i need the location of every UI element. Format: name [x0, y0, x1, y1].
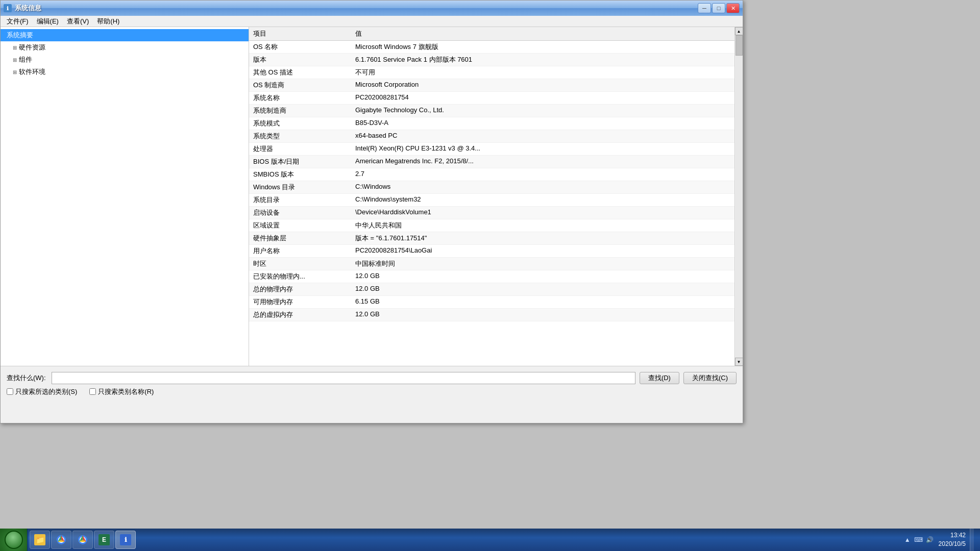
table-row: 用户名称PC202008281754\LaoGai — [249, 245, 734, 258]
table-cell-value: 不可用 — [351, 66, 734, 79]
table-cell-key: 系统模式 — [249, 117, 351, 130]
table-row: 区域设置中华人民共和国 — [249, 219, 734, 232]
table-cell-key: 系统目录 — [249, 194, 351, 207]
table-cell-value: 中国标准时间 — [351, 258, 734, 270]
sidebar-item-components[interactable]: ⊞ 组件 — [1, 54, 249, 66]
content-area[interactable]: 项目 值 OS 名称Microsoft Windows 7 旗舰版版本6.1.7… — [249, 27, 734, 366]
table-row: 总的物理内存12.0 GB — [249, 283, 734, 296]
table-cell-key: 系统类型 — [249, 130, 351, 143]
table-cell-value: PC202008281754 — [351, 92, 734, 105]
chrome1-icon — [56, 534, 67, 545]
taskbar-item-folder[interactable]: 📁 — [30, 531, 50, 549]
expand-icon-software: ⊞ — [13, 69, 17, 75]
maximize-button[interactable]: □ — [712, 3, 725, 13]
table-row: BIOS 版本/日期American Megatrends Inc. F2, 2… — [249, 156, 734, 168]
sidebar-item-software[interactable]: ⊞ 软件环境 — [1, 66, 249, 78]
table-cell-value: American Megatrends Inc. F2, 2015/8/... — [351, 156, 734, 168]
main-window: ℹ 系统信息 ─ □ ✕ 文件(F) 编辑(E) 查看(V) 帮助(H) 系统摘… — [0, 0, 743, 423]
scroll-down-button[interactable]: ▼ — [735, 358, 743, 366]
clock-date: 2020/10/5 — [939, 540, 966, 548]
col-header-key: 项目 — [249, 27, 351, 41]
menu-edit[interactable]: 编辑(E) — [33, 16, 63, 27]
checkbox-row: 只搜索所选的类别(S) 只搜索类别名称(R) — [7, 387, 737, 396]
sidebar-item-software-label: 软件环境 — [19, 67, 45, 77]
start-button[interactable] — [0, 529, 28, 551]
sidebar-item-hardware[interactable]: ⊞ 硬件资源 — [1, 41, 249, 54]
table-cell-key: 已安装的物理内... — [249, 270, 351, 283]
expand-icon-hardware: ⊞ — [13, 45, 17, 51]
table-cell-key: 用户名称 — [249, 245, 351, 258]
search-row: 查找什么(W): 查找(D) 关闭查找(C) — [7, 372, 737, 384]
search-label: 查找什么(W): — [7, 373, 47, 383]
table-row: 硬件抽象层版本 = "6.1.7601.17514" — [249, 232, 734, 245]
volume-icon[interactable]: 🔊 — [925, 535, 935, 544]
taskbar: 📁 — [0, 529, 980, 551]
table-cell-key: 可用物理内存 — [249, 296, 351, 309]
table-cell-key: Windows 目录 — [249, 181, 351, 194]
table-cell-value: 中华人民共和国 — [351, 219, 734, 232]
taskbar-item-info[interactable]: ℹ — [115, 531, 136, 549]
table-cell-key: OS 制造商 — [249, 79, 351, 92]
main-layout: 系统摘要 ⊞ 硬件资源 ⊞ 组件 ⊞ 软件环境 项目 — [1, 27, 743, 366]
table-cell-key: 区域设置 — [249, 219, 351, 232]
table-cell-key: 处理器 — [249, 143, 351, 156]
checkbox-selected-category-label: 只搜索所选的类别(S) — [15, 387, 77, 396]
checkbox-category-name-input[interactable] — [89, 388, 96, 395]
table-row: SMBIOS 版本2.7 — [249, 168, 734, 181]
table-row: 系统制造商Gigabyte Technology Co., Ltd. — [249, 105, 734, 117]
table-row: Windows 目录C:\Windows — [249, 181, 734, 194]
table-row: 系统名称PC202008281754 — [249, 92, 734, 105]
table-cell-value: 6.15 GB — [351, 296, 734, 309]
table-row: 其他 OS 描述不可用 — [249, 66, 734, 79]
sidebar-item-summary-label: 系统摘要 — [7, 31, 33, 40]
menu-file[interactable]: 文件(F) — [3, 16, 33, 27]
table-cell-value: \Device\HarddiskVolume1 — [351, 207, 734, 219]
table-cell-value: Gigabyte Technology Co., Ltd. — [351, 105, 734, 117]
search-input[interactable] — [52, 372, 635, 384]
menu-help[interactable]: 帮助(H) — [93, 16, 124, 27]
table-cell-key: 系统名称 — [249, 92, 351, 105]
find-button[interactable]: 查找(D) — [640, 372, 679, 384]
table-row: 可用物理内存6.15 GB — [249, 296, 734, 309]
col-header-value: 值 — [351, 27, 734, 41]
clock[interactable]: 13:42 2020/10/5 — [939, 531, 966, 548]
table-row: OS 名称Microsoft Windows 7 旗舰版 — [249, 41, 734, 54]
table-cell-value: PC202008281754\LaoGai — [351, 245, 734, 258]
content-wrapper: 项目 值 OS 名称Microsoft Windows 7 旗舰版版本6.1.7… — [249, 27, 743, 366]
minimize-button[interactable]: ─ — [698, 3, 711, 13]
tray-expand-icon[interactable]: ▲ — [903, 535, 912, 544]
titlebar: ℹ 系统信息 ─ □ ✕ — [1, 1, 743, 16]
menu-view[interactable]: 查看(V) — [63, 16, 93, 27]
excel-icon: E — [99, 534, 110, 545]
table-row: 总的虚拟内存12.0 GB — [249, 309, 734, 321]
table-cell-key: 启动设备 — [249, 207, 351, 219]
scroll-thumb[interactable] — [736, 35, 743, 56]
checkbox-selected-category[interactable]: 只搜索所选的类别(S) — [7, 387, 77, 396]
window-title: 系统信息 — [15, 4, 698, 13]
close-find-button[interactable]: 关闭查找(C) — [683, 372, 737, 384]
info-icon: ℹ — [120, 534, 131, 545]
table-row: 已安装的物理内...12.0 GB — [249, 270, 734, 283]
expand-icon-components: ⊞ — [13, 57, 17, 63]
taskbar-item-excel[interactable]: E — [94, 531, 114, 549]
window-icon: ℹ — [4, 4, 12, 12]
content-scrollbar[interactable]: ▲ ▼ — [734, 27, 743, 366]
checkbox-selected-category-input[interactable] — [7, 388, 13, 395]
show-desktop-button[interactable] — [970, 529, 974, 551]
sidebar-item-components-label: 组件 — [19, 55, 32, 64]
table-cell-value: C:\Windows — [351, 181, 734, 194]
table-row: 版本6.1.7601 Service Pack 1 内部版本 7601 — [249, 54, 734, 66]
taskbar-item-chrome2[interactable] — [72, 531, 93, 549]
checkbox-category-name[interactable]: 只搜索类别名称(R) — [89, 387, 154, 396]
keyboard-icon: ⌨ — [914, 535, 923, 544]
table-cell-key: 时区 — [249, 258, 351, 270]
taskbar-item-chrome1[interactable] — [51, 531, 71, 549]
sidebar-item-hardware-label: 硬件资源 — [19, 43, 45, 52]
scroll-up-button[interactable]: ▲ — [735, 27, 743, 35]
table-cell-value: x64-based PC — [351, 130, 734, 143]
sidebar-item-summary[interactable]: 系统摘要 — [1, 29, 249, 41]
table-row: 系统类型x64-based PC — [249, 130, 734, 143]
table-cell-key: 总的虚拟内存 — [249, 309, 351, 321]
table-cell-value: 12.0 GB — [351, 283, 734, 296]
close-button[interactable]: ✕ — [726, 3, 740, 13]
